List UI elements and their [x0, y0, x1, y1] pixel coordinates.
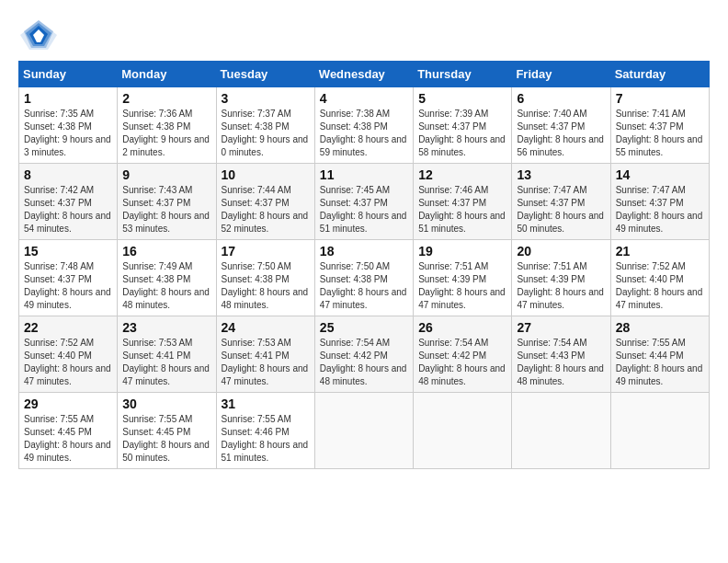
- cell-content: Sunrise: 7:52 AMSunset: 4:40 PMDaylight:…: [616, 260, 704, 312]
- cell-content: Sunrise: 7:50 AMSunset: 4:38 PMDaylight:…: [320, 260, 408, 312]
- header-tuesday: Tuesday: [216, 62, 314, 87]
- day-number: 21: [616, 244, 704, 259]
- day-number: 13: [517, 167, 605, 182]
- week-row-4: 22Sunrise: 7:52 AMSunset: 4:40 PMDayligh…: [19, 316, 710, 393]
- header-friday: Friday: [512, 62, 610, 87]
- cell-2-2: 17Sunrise: 7:50 AMSunset: 4:38 PMDayligh…: [216, 240, 314, 316]
- cell-1-5: 13Sunrise: 7:47 AMSunset: 4:37 PMDayligh…: [512, 164, 610, 240]
- day-number: 31: [222, 396, 310, 411]
- cell-4-3: [314, 393, 413, 469]
- day-number: 12: [418, 167, 506, 182]
- cell-content: Sunrise: 7:49 AMSunset: 4:38 PMDaylight:…: [122, 260, 210, 312]
- cell-content: Sunrise: 7:55 AMSunset: 4:45 PMDaylight:…: [24, 413, 112, 465]
- cell-content: Sunrise: 7:53 AMSunset: 4:41 PMDaylight:…: [222, 337, 310, 388]
- cell-0-2: 3Sunrise: 7:37 AMSunset: 4:38 PMDaylight…: [216, 87, 314, 164]
- cell-4-1: 30Sunrise: 7:55 AMSunset: 4:45 PMDayligh…: [118, 393, 216, 469]
- cell-content: Sunrise: 7:43 AMSunset: 4:37 PMDaylight:…: [122, 184, 210, 236]
- logo-icon: [18, 18, 59, 52]
- cell-content: Sunrise: 7:54 AMSunset: 4:42 PMDaylight:…: [320, 337, 408, 388]
- week-row-5: 29Sunrise: 7:55 AMSunset: 4:45 PMDayligh…: [19, 393, 710, 469]
- day-number: 5: [418, 91, 506, 106]
- cell-1-2: 10Sunrise: 7:44 AMSunset: 4:37 PMDayligh…: [216, 164, 314, 240]
- cell-1-1: 9Sunrise: 7:43 AMSunset: 4:37 PMDaylight…: [118, 164, 216, 240]
- day-number: 24: [222, 320, 310, 335]
- day-number: 23: [122, 320, 210, 335]
- header-wednesday: Wednesday: [314, 62, 413, 87]
- cell-content: Sunrise: 7:48 AMSunset: 4:37 PMDaylight:…: [24, 260, 112, 312]
- cell-3-3: 25Sunrise: 7:54 AMSunset: 4:42 PMDayligh…: [314, 316, 413, 393]
- day-number: 19: [418, 244, 506, 259]
- cell-content: Sunrise: 7:36 AMSunset: 4:38 PMDaylight:…: [122, 108, 210, 159]
- day-number: 28: [616, 320, 704, 335]
- cell-2-1: 16Sunrise: 7:49 AMSunset: 4:38 PMDayligh…: [118, 240, 216, 316]
- cell-4-2: 31Sunrise: 7:55 AMSunset: 4:46 PMDayligh…: [216, 393, 314, 469]
- cell-2-6: 21Sunrise: 7:52 AMSunset: 4:40 PMDayligh…: [610, 240, 709, 316]
- cell-content: Sunrise: 7:50 AMSunset: 4:38 PMDaylight:…: [222, 260, 310, 312]
- day-number: 22: [24, 320, 112, 335]
- cell-4-4: [414, 393, 512, 469]
- header-thursday: Thursday: [414, 62, 512, 87]
- day-number: 7: [616, 91, 704, 106]
- day-number: 1: [24, 91, 112, 106]
- cell-content: Sunrise: 7:47 AMSunset: 4:37 PMDaylight:…: [616, 184, 704, 236]
- cell-content: Sunrise: 7:51 AMSunset: 4:39 PMDaylight:…: [418, 260, 506, 312]
- cell-content: Sunrise: 7:38 AMSunset: 4:38 PMDaylight:…: [320, 108, 408, 159]
- cell-content: Sunrise: 7:37 AMSunset: 4:38 PMDaylight:…: [222, 108, 310, 159]
- logo: [18, 18, 63, 52]
- cell-1-0: 8Sunrise: 7:42 AMSunset: 4:37 PMDaylight…: [19, 164, 118, 240]
- day-number: 3: [222, 91, 310, 106]
- cell-4-6: [610, 393, 709, 469]
- cell-3-5: 27Sunrise: 7:54 AMSunset: 4:43 PMDayligh…: [512, 316, 610, 393]
- header-monday: Monday: [118, 62, 216, 87]
- cell-1-6: 14Sunrise: 7:47 AMSunset: 4:37 PMDayligh…: [610, 164, 709, 240]
- week-row-1: 1Sunrise: 7:35 AMSunset: 4:38 PMDaylight…: [19, 87, 710, 164]
- cell-content: Sunrise: 7:52 AMSunset: 4:40 PMDaylight:…: [24, 337, 112, 388]
- cell-4-5: [512, 393, 610, 469]
- day-number: 29: [24, 396, 112, 411]
- day-number: 9: [122, 167, 210, 182]
- cell-content: Sunrise: 7:42 AMSunset: 4:37 PMDaylight:…: [24, 184, 112, 236]
- header-sunday: Sunday: [19, 62, 118, 87]
- cell-3-4: 26Sunrise: 7:54 AMSunset: 4:42 PMDayligh…: [414, 316, 512, 393]
- day-number: 2: [122, 91, 210, 106]
- calendar-header-row: SundayMondayTuesdayWednesdayThursdayFrid…: [19, 62, 710, 87]
- cell-3-2: 24Sunrise: 7:53 AMSunset: 4:41 PMDayligh…: [216, 316, 314, 393]
- cell-1-4: 12Sunrise: 7:46 AMSunset: 4:37 PMDayligh…: [414, 164, 512, 240]
- day-number: 14: [616, 167, 704, 182]
- day-number: 16: [122, 244, 210, 259]
- cell-content: Sunrise: 7:54 AMSunset: 4:43 PMDaylight:…: [517, 337, 605, 388]
- cell-content: Sunrise: 7:41 AMSunset: 4:37 PMDaylight:…: [616, 108, 704, 159]
- day-number: 11: [320, 167, 408, 182]
- cell-content: Sunrise: 7:55 AMSunset: 4:44 PMDaylight:…: [616, 337, 704, 388]
- cell-content: Sunrise: 7:55 AMSunset: 4:46 PMDaylight:…: [222, 413, 310, 465]
- page-header: [18, 18, 710, 52]
- cell-content: Sunrise: 7:44 AMSunset: 4:37 PMDaylight:…: [222, 184, 310, 236]
- day-number: 27: [517, 320, 605, 335]
- cell-2-3: 18Sunrise: 7:50 AMSunset: 4:38 PMDayligh…: [314, 240, 413, 316]
- cell-2-0: 15Sunrise: 7:48 AMSunset: 4:37 PMDayligh…: [19, 240, 118, 316]
- cell-2-5: 20Sunrise: 7:51 AMSunset: 4:39 PMDayligh…: [512, 240, 610, 316]
- cell-1-3: 11Sunrise: 7:45 AMSunset: 4:37 PMDayligh…: [314, 164, 413, 240]
- cell-content: Sunrise: 7:40 AMSunset: 4:37 PMDaylight:…: [517, 108, 605, 159]
- cell-2-4: 19Sunrise: 7:51 AMSunset: 4:39 PMDayligh…: [414, 240, 512, 316]
- cell-0-5: 6Sunrise: 7:40 AMSunset: 4:37 PMDaylight…: [512, 87, 610, 164]
- cell-0-0: 1Sunrise: 7:35 AMSunset: 4:38 PMDaylight…: [19, 87, 118, 164]
- day-number: 18: [320, 244, 408, 259]
- day-number: 30: [122, 396, 210, 411]
- day-number: 8: [24, 167, 112, 182]
- cell-3-1: 23Sunrise: 7:53 AMSunset: 4:41 PMDayligh…: [118, 316, 216, 393]
- cell-4-0: 29Sunrise: 7:55 AMSunset: 4:45 PMDayligh…: [19, 393, 118, 469]
- cell-content: Sunrise: 7:45 AMSunset: 4:37 PMDaylight:…: [320, 184, 408, 236]
- cell-0-6: 7Sunrise: 7:41 AMSunset: 4:37 PMDaylight…: [610, 87, 709, 164]
- day-number: 17: [222, 244, 310, 259]
- day-number: 4: [320, 91, 408, 106]
- day-number: 10: [222, 167, 310, 182]
- cell-content: Sunrise: 7:55 AMSunset: 4:45 PMDaylight:…: [122, 413, 210, 465]
- cell-content: Sunrise: 7:35 AMSunset: 4:38 PMDaylight:…: [24, 108, 112, 159]
- week-row-3: 15Sunrise: 7:48 AMSunset: 4:37 PMDayligh…: [19, 240, 710, 316]
- cell-content: Sunrise: 7:54 AMSunset: 4:42 PMDaylight:…: [418, 337, 506, 388]
- day-number: 20: [517, 244, 605, 259]
- cell-3-6: 28Sunrise: 7:55 AMSunset: 4:44 PMDayligh…: [610, 316, 709, 393]
- week-row-2: 8Sunrise: 7:42 AMSunset: 4:37 PMDaylight…: [19, 164, 710, 240]
- cell-3-0: 22Sunrise: 7:52 AMSunset: 4:40 PMDayligh…: [19, 316, 118, 393]
